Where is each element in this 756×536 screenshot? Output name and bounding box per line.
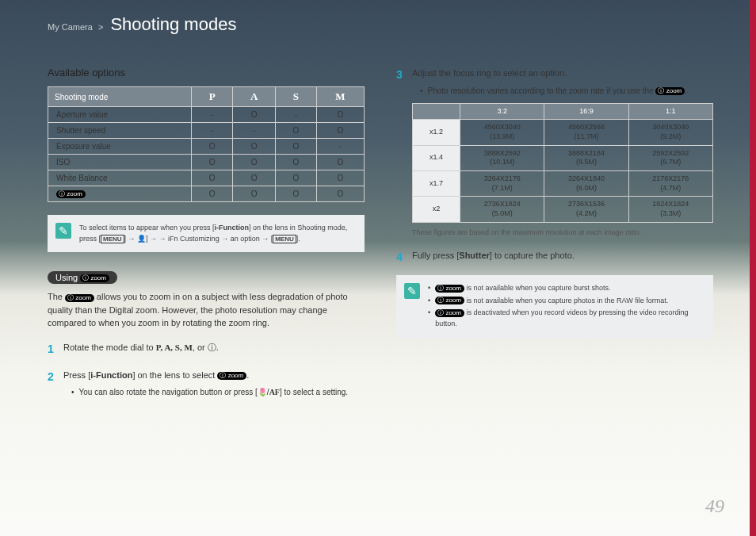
step-number: 4 [396,249,412,266]
th-s: S [276,87,316,107]
page-title: Shooting modes [110,14,236,34]
izoom-icon: zoom [435,297,464,304]
person-icon: 👤 [137,235,146,243]
accent-bar [750,0,756,536]
options-table: Shooting mode P A S M Aperture value-O-O… [48,86,365,202]
page-header: My Camera > Shooting modes [0,0,756,43]
table-row: zoom OOOO [48,186,365,202]
table-row: x1.4 3888X2592(10.1M) 3888X2184(8.5M) 25… [413,145,713,170]
note-box-1: ✎ To select items to appear when you pre… [48,215,365,252]
sub-bullet: You can also rotate the navigation butto… [63,386,365,398]
step-1: 1 Rotate the mode dial to P, A, S, M, or… [48,341,365,358]
izoom-icon: zoom [435,309,464,317]
izoom-icon: zoom [655,87,685,95]
step-number: 1 [48,341,63,358]
right-column: 3 Adjust the focus ring to select an opt… [396,67,713,398]
table-row: White BalanceOOOO [48,170,365,186]
table-row: ISOOOOO [48,155,365,170]
note-item: zoom is not available when you capture b… [428,283,702,294]
note-item: zoom is deactivated when you record vide… [428,308,702,329]
step-number: 3 [396,67,412,238]
step-4: 4 Fully press [Shutter] to capture the p… [396,249,713,266]
heading-available-options: Available options [48,67,365,78]
resolution-table: 3:2 16:9 1:1 x1.2 4560X3040(13.9M) 4560X… [412,103,713,223]
menu-icon: MENU [101,235,124,243]
izoom-icon: zoom [56,190,86,198]
table-caption: These figures are based on the maximum r… [412,228,713,239]
table-row: x1.7 3264X2176(7.1M) 3264X1840(6.0M) 217… [413,170,713,196]
step-2: 2 Press [i-Function] on the lens to sele… [48,369,365,399]
izoom-icon: zoom [80,274,109,282]
breadcrumb: My Camera [48,22,93,32]
breadcrumb-separator: > [98,22,103,32]
menu-icon: MENU [273,235,296,243]
note-icon: ✎ [404,283,420,299]
note-list: zoom is not available when you capture b… [428,283,702,331]
note-icon: ✎ [55,223,71,239]
table-row: x2 2736X1824(5.0M) 2736X1536(4.2M) 1824X… [413,197,713,222]
note-box-2: ✎ zoom is not available when you capture… [396,275,713,339]
th-m: M [316,87,364,107]
intro-text: The zoom allows you to zoom in on a subj… [48,290,365,330]
lens-icon: ⓘ [208,343,216,352]
th-shooting-mode: Shooting mode [48,87,192,107]
page-number: 49 [705,496,724,517]
table-row: Exposure valueOOO- [48,139,365,155]
izoom-icon: zoom [65,294,94,302]
table-row: x1.2 4560X3040(13.9M) 4560X2568(11.7M) 3… [413,120,713,145]
table-row: Aperture value-O-O [48,107,365,123]
macro-icon: 🌷 [258,388,267,396]
note-item: zoom is not available when you capture p… [428,296,702,307]
left-column: Available options Shooting mode P A S M … [48,67,365,398]
section-pill-using-izoom: Using zoom [48,271,117,284]
izoom-icon: zoom [435,285,464,293]
note-text: To select items to appear when you press… [79,223,353,244]
sub-bullet: Photo resolution varies according to the… [412,85,713,97]
table-row: Shutter speed--OO [48,123,365,139]
step-number: 2 [48,369,63,399]
step-3: 3 Adjust the focus ring to select an opt… [396,67,713,238]
th-a: A [232,87,275,107]
th-p: P [192,87,232,107]
izoom-icon: zoom [217,372,246,380]
